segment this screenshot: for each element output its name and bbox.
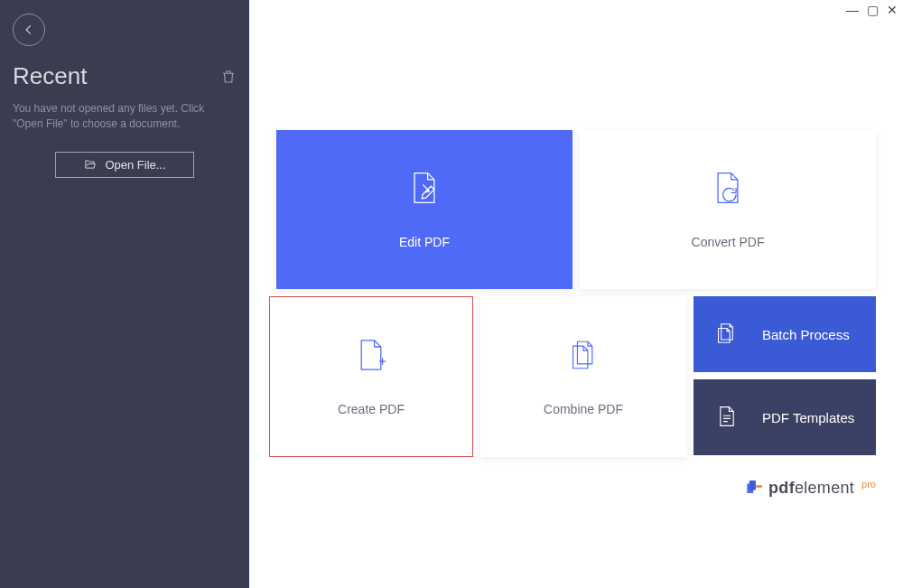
edit-pdf-icon (407, 170, 442, 206)
tile-label: Edit PDF (399, 235, 450, 249)
brand-tier: pro (861, 479, 876, 490)
tile-edit-pdf[interactable]: Edit PDF (276, 130, 573, 289)
recent-title: Recent (13, 62, 87, 90)
tile-combine-pdf[interactable]: Combine PDF (480, 296, 686, 457)
minimize-button[interactable]: — (846, 4, 859, 16)
svg-rect-2 (756, 485, 762, 488)
tile-label: Batch Process (762, 327, 861, 342)
window-controls: — ▢ ✕ (846, 4, 898, 16)
tile-pdf-templates[interactable]: PDF Templates (694, 379, 876, 455)
svg-rect-1 (749, 481, 756, 490)
recent-header: Recent (13, 62, 237, 90)
brand-logo-icon (747, 481, 763, 493)
tile-convert-pdf[interactable]: Convert PDF (580, 130, 876, 289)
chevron-left-icon (23, 23, 35, 36)
close-button[interactable]: ✕ (887, 4, 898, 16)
tile-batch-process[interactable]: Batch Process (694, 296, 876, 372)
tile-row-1: Edit PDF Convert PDF (269, 130, 876, 289)
tile-label: Create PDF (338, 402, 405, 416)
tiles-area: Edit PDF Convert PDF Create PDF (269, 130, 876, 457)
combine-pdf-icon (567, 337, 600, 373)
convert-pdf-icon (711, 170, 745, 206)
tile-label: Convert PDF (692, 235, 765, 249)
batch-icon (717, 322, 737, 344)
open-file-button[interactable]: Open File... (55, 152, 194, 178)
maximize-button[interactable]: ▢ (867, 4, 879, 16)
tile-row-2: Create PDF Combine PDF (269, 296, 876, 457)
open-file-label: Open File... (105, 158, 165, 172)
brand-name: pdfelement (768, 479, 854, 498)
tile-label: Combine PDF (544, 402, 623, 416)
main-area: — ▢ ✕ Edit PDF (249, 0, 903, 588)
create-pdf-icon (355, 337, 387, 373)
back-button[interactable] (13, 14, 45, 46)
brand-footer: pdfelement pro (747, 479, 876, 498)
app-root: Recent You have not opened any files yet… (0, 0, 903, 588)
tile-create-pdf[interactable]: Create PDF (269, 296, 473, 457)
trash-icon[interactable] (220, 69, 237, 85)
recent-empty-message: You have not opened any files yet. Click… (13, 101, 237, 132)
sidebar: Recent You have not opened any files yet… (0, 0, 249, 588)
side-tiles: Batch Process PDF Templates (694, 296, 876, 457)
templates-icon (717, 406, 737, 427)
folder-open-icon (83, 158, 98, 171)
tile-label: PDF Templates (762, 410, 861, 425)
